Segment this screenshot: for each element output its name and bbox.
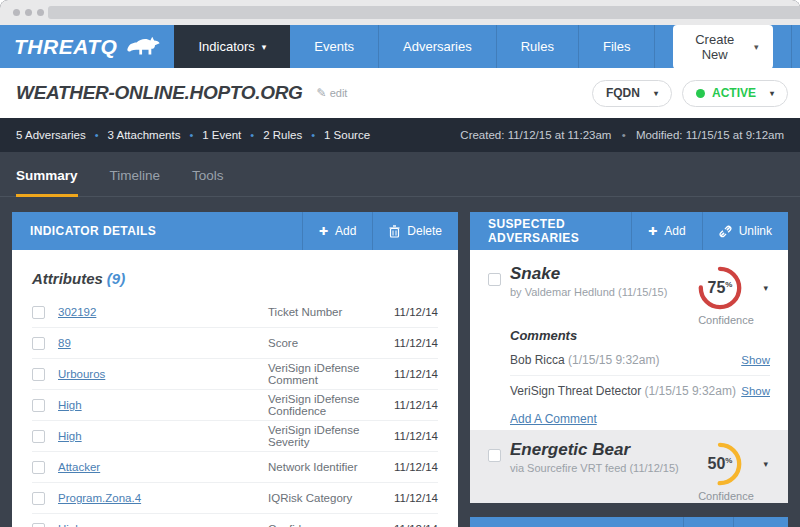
created-timestamp: Created: 11/12/15 at 11:23am xyxy=(460,129,611,141)
unlink-adversary-button[interactable]: Unlink xyxy=(702,212,788,250)
comment-author: VeriSign Threat Detector xyxy=(510,384,641,398)
add-label: Add xyxy=(664,224,685,238)
suspected-adversaries-panel: SUSPECTED ADVERSARIES ✚ Add Unlink xyxy=(470,212,788,527)
attribute-checkbox[interactable] xyxy=(32,368,45,381)
nav-item-adversaries[interactable]: Adversaries xyxy=(379,25,497,68)
comments-heading: Comments xyxy=(510,328,770,343)
nav-right-cluster: Create New ▾ xyxy=(655,25,800,68)
attribute-checkbox[interactable] xyxy=(32,523,45,527)
tab-tools[interactable]: Tools xyxy=(192,168,224,197)
add-attribute-button[interactable]: ✚ Add xyxy=(302,212,373,250)
nav-item-label: Events xyxy=(314,39,354,54)
attribute-value-link[interactable]: 302192 xyxy=(58,306,268,318)
attribute-date: 11/12/14 xyxy=(380,368,438,380)
attribute-value-link[interactable]: 89 xyxy=(58,337,268,349)
caret-down-icon[interactable]: ▾ xyxy=(763,283,768,293)
stat-sources[interactable]: 1 Source xyxy=(324,129,370,141)
attribute-checkbox[interactable] xyxy=(32,337,45,350)
next-panel-header xyxy=(470,517,788,527)
stat-rules[interactable]: 2 Rules xyxy=(263,129,302,141)
adversary-card-energetic-bear: Energetic Bear via Sourcefire VRT feed (… xyxy=(470,430,788,503)
comment-time: (1/15/15 9:32am) xyxy=(568,353,659,367)
add-comment-link[interactable]: Add A Comment xyxy=(510,412,597,426)
show-comment-link[interactable]: Show xyxy=(741,385,770,397)
timestamps: Created: 11/12/15 at 11:23am • Modified:… xyxy=(460,129,784,141)
attribute-value-link[interactable]: High xyxy=(58,523,268,527)
stat-attachments[interactable]: 3 Attachments xyxy=(108,129,181,141)
panel-title: SUSPECTED ADVERSARIES xyxy=(470,212,631,250)
attribute-value-link[interactable]: Attacker xyxy=(58,461,268,473)
delete-label: Delete xyxy=(407,224,442,238)
attribute-checkbox[interactable] xyxy=(32,430,45,443)
confidence-label: Confidence xyxy=(694,490,758,502)
dot-separator: • xyxy=(311,129,315,141)
plus-icon: ✚ xyxy=(319,225,328,238)
nav-item-label: Rules xyxy=(521,39,554,54)
comment-row: Bob Ricca (1/15/15 9:32am) Show xyxy=(510,345,770,376)
window-dot-1[interactable] xyxy=(13,9,20,16)
nav-item-indicators[interactable]: Indicators ▾ xyxy=(174,25,290,68)
attribute-checkbox[interactable] xyxy=(32,492,45,505)
indicator-header: WEATHER-ONLINE.HOPTO.ORG ✎edit FQDN ▾ AC… xyxy=(0,68,800,118)
window-dot-2[interactable] xyxy=(25,9,32,16)
comment-author: Bob Ricca xyxy=(510,353,565,367)
panel-title: INDICATOR DETAILS xyxy=(12,212,302,250)
tab-summary[interactable]: Summary xyxy=(16,168,78,197)
add-label: Add xyxy=(335,224,356,238)
threatq-logo[interactable]: THREATQ xyxy=(0,25,174,68)
confidence-widget: 50% ▾ Confidence xyxy=(694,440,770,502)
window-dot-3[interactable] xyxy=(37,9,44,16)
type-label: FQDN xyxy=(606,86,640,100)
search-button[interactable] xyxy=(791,25,800,68)
status-dropdown[interactable]: ACTIVE ▾ xyxy=(682,80,788,107)
dot-separator: • xyxy=(95,129,99,141)
show-comment-link[interactable]: Show xyxy=(741,354,770,366)
attribute-row: HighConfidence11/12/14 xyxy=(32,514,438,527)
attribute-row: Program.Zona.4IQRisk Category11/12/14 xyxy=(32,483,438,514)
rhino-icon xyxy=(124,35,162,59)
confidence-label: Confidence xyxy=(694,314,758,326)
percent-sign: % xyxy=(725,280,732,289)
attributes-count: (9) xyxy=(107,270,125,287)
adversary-checkbox[interactable] xyxy=(488,273,501,286)
type-dropdown[interactable]: FQDN ▾ xyxy=(592,80,672,107)
comments-section: Comments Bob Ricca (1/15/15 9:32am) Show… xyxy=(510,328,770,427)
dot-separator: • xyxy=(189,129,193,141)
stats-bar: 5 Adversaries • 3 Attachments • 1 Event … xyxy=(0,118,800,152)
address-bar[interactable] xyxy=(48,6,800,19)
adversary-name[interactable]: Snake xyxy=(510,264,694,284)
stat-events[interactable]: 1 Event xyxy=(202,129,241,141)
attribute-row: AttackerNetwork Identifier11/12/14 xyxy=(32,452,438,483)
nav-item-label: Files xyxy=(603,39,630,54)
attribute-value-link[interactable]: High xyxy=(58,399,268,411)
add-adversary-button[interactable]: ✚ Add xyxy=(631,212,702,250)
nav-item-events[interactable]: Events xyxy=(290,25,379,68)
status-label: ACTIVE xyxy=(712,86,756,100)
dot-separator: • xyxy=(250,129,254,141)
confidence-value: 75% xyxy=(696,264,744,312)
nav-item-files[interactable]: Files xyxy=(579,25,655,68)
attribute-value-link[interactable]: Urbouros xyxy=(58,368,268,380)
nav-item-rules[interactable]: Rules xyxy=(497,25,579,68)
adversary-checkbox[interactable] xyxy=(488,449,501,462)
pencil-icon: ✎ xyxy=(317,86,327,100)
stat-adversaries[interactable]: 5 Adversaries xyxy=(16,129,86,141)
attribute-date: 11/12/14 xyxy=(380,430,438,442)
attribute-checkbox[interactable] xyxy=(32,461,45,474)
attribute-type: VeriSign iDefense Severity xyxy=(268,424,380,448)
page-title: WEATHER-ONLINE.HOPTO.ORG xyxy=(16,82,303,104)
delete-attribute-button[interactable]: Delete xyxy=(372,212,458,250)
caret-down-icon: ▾ xyxy=(754,42,759,52)
create-new-button[interactable]: Create New ▾ xyxy=(673,25,772,69)
attribute-checkbox[interactable] xyxy=(32,399,45,412)
adversary-source: by Valdemar Hedlund (11/15/15) xyxy=(510,286,694,298)
tab-timeline[interactable]: Timeline xyxy=(110,168,161,197)
brand-text: THREATQ xyxy=(14,35,117,59)
attribute-checkbox[interactable] xyxy=(32,306,45,319)
attribute-value-link[interactable]: Program.Zona.4 xyxy=(58,492,268,504)
adversary-name[interactable]: Energetic Bear xyxy=(510,440,694,460)
caret-down-icon[interactable]: ▾ xyxy=(763,459,768,469)
edit-link[interactable]: ✎edit xyxy=(317,86,348,100)
top-nav: THREATQ Indicators ▾ Events Adversaries … xyxy=(0,25,800,68)
attribute-value-link[interactable]: High xyxy=(58,430,268,442)
